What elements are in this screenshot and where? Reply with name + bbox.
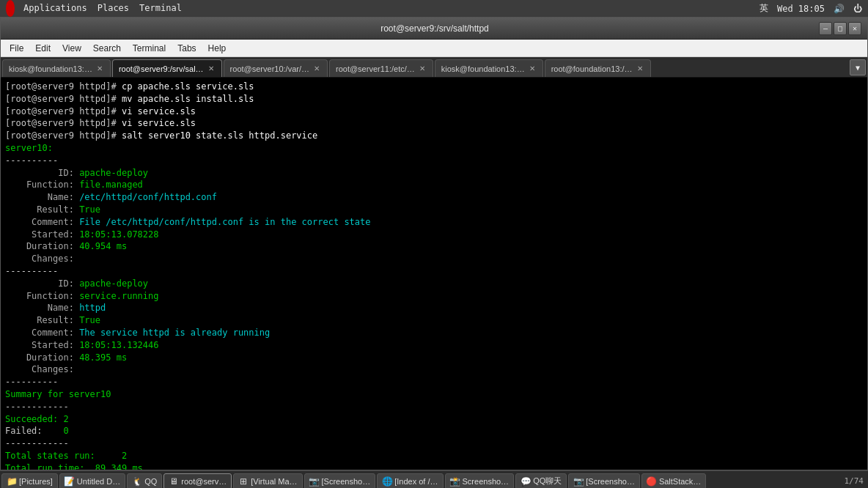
tab-tab2[interactable]: root@server9:/srv/sal…✕ (112, 59, 222, 77)
menu-tabs[interactable]: Tabs (172, 40, 202, 57)
clock: Wed 18:05 (777, 4, 825, 14)
power-icon[interactable]: ⏻ (853, 4, 862, 14)
close-button[interactable]: ✕ (848, 22, 861, 35)
language-indicator: 英 (760, 2, 768, 15)
taskbar-label: [Index of /… (394, 477, 438, 486)
menu-edit[interactable]: Edit (29, 40, 56, 57)
terminal-line: Started: 18:05:13.132446 (5, 339, 863, 352)
taskbar-item-10[interactable]: 🔴SaltStack… (641, 473, 706, 489)
tab-tab6[interactable]: root@foundation13:/…✕ (545, 59, 651, 77)
system-bar: Applications Places Terminal 英 Wed 18:05… (0, 0, 868, 17)
taskbar-label: Untitled D… (77, 477, 120, 486)
menu-search[interactable]: Search (87, 40, 127, 57)
terminal-line: ID: apache-deploy (5, 278, 863, 290)
taskbar-icon: 🔴 (647, 476, 657, 487)
tabs-container: kiosk@foundation13:…✕root@server9:/srv/s… (2, 59, 651, 77)
taskbar-icon: 📸 (450, 476, 460, 487)
tab-tab3[interactable]: root@server10:/var/…✕ (224, 59, 328, 77)
menu-view[interactable]: View (56, 40, 87, 57)
tab-close[interactable]: ✕ (528, 64, 537, 73)
maximize-button[interactable]: □ (834, 22, 847, 35)
menu-places[interactable]: Places (93, 0, 133, 17)
system-bar-left: Applications Places Terminal (6, 0, 186, 17)
taskbar-item-6[interactable]: 🌐[Index of /… (377, 473, 443, 489)
taskbar-label: [Pictures] (19, 477, 53, 486)
taskbar-label: [Screensho… (586, 477, 635, 486)
terminal-line: Function: service.running (5, 290, 863, 303)
taskbar: 📁[Pictures]📝Untitled D…🐧QQ🖥root@serv…⊞[V… (0, 470, 868, 488)
tab-close[interactable]: ✕ (95, 64, 104, 73)
taskbar-item-3[interactable]: 🖥root@serv… (163, 473, 232, 489)
terminal-line: Result: True (5, 204, 863, 216)
taskbar-item-1[interactable]: 📝Untitled D… (59, 473, 125, 489)
window-controls: — □ ✕ (819, 22, 861, 35)
terminal-line: Summary for server10 (5, 388, 863, 401)
tab-close[interactable]: ✕ (207, 64, 216, 73)
window-title: root@server9:/srv/salt/httpd (51, 23, 819, 34)
menu-applications[interactable]: Applications (19, 0, 92, 17)
minimize-button[interactable]: — (819, 22, 832, 35)
tab-close[interactable]: ✕ (312, 64, 321, 73)
taskbar-icon: 💬 (521, 476, 531, 487)
volume-icon[interactable]: 🔊 (834, 4, 845, 14)
terminal-line: [root@server9 httpd]# cp apache.sls serv… (5, 81, 863, 93)
terminal-line: Total states run: 2 (5, 450, 863, 462)
taskbar-end: 1/74 (845, 476, 867, 486)
tabs-dropdown[interactable]: ▼ (850, 59, 866, 75)
taskbar-item-2[interactable]: 🐧QQ (127, 473, 162, 489)
taskbar-item-7[interactable]: 📸Screensho… (445, 473, 515, 489)
taskbar-label: QQ聊天 (533, 476, 562, 487)
tab-label: kiosk@foundation13:… (9, 64, 92, 73)
tab-close[interactable]: ✕ (418, 64, 427, 73)
taskbar-icon: 🌐 (382, 476, 392, 487)
taskbar-label: [Screensho… (322, 477, 371, 486)
menu-bar: File Edit View Search Terminal Tabs Help (1, 40, 867, 57)
taskbar-label: SaltStack… (659, 477, 701, 486)
terminal-line: Result: True (5, 314, 863, 327)
taskbar-item-5[interactable]: 📷[Screensho… (304, 473, 376, 489)
tab-close[interactable]: ✕ (636, 64, 644, 73)
terminal-line: Started: 18:05:13.078228 (5, 229, 863, 241)
terminal-line: [root@server9 httpd]# mv apache.sls inst… (5, 93, 863, 106)
taskbar-item-9[interactable]: 📷[Screensho… (568, 473, 640, 489)
terminal-line: Duration: 40.954 ms (5, 240, 863, 253)
terminal-line: ---------- (5, 265, 863, 278)
terminal-line: ---------- (5, 155, 863, 167)
tab-tab4[interactable]: root@server11:/etc/…✕ (329, 59, 433, 77)
tab-tab1[interactable]: kiosk@foundation13:…✕ (2, 59, 111, 77)
title-bar: root@server9:/srv/salt/httpd — □ ✕ (1, 18, 867, 40)
terminal-line: Comment: File /etc/httpd/conf/httpd.conf… (5, 216, 863, 229)
terminal-line: Changes: (5, 253, 863, 265)
taskbar-label: QQ (144, 477, 157, 486)
menu-terminal[interactable]: Terminal (127, 40, 172, 57)
taskbar-item-8[interactable]: 💬QQ聊天 (515, 473, 567, 489)
menu-file[interactable]: File (4, 40, 29, 57)
terminal-line: [root@server9 httpd]# vi service.sls (5, 106, 863, 118)
terminal-line: Total run time: 89.349 ms (5, 462, 863, 470)
terminal-line: ID: apache-deploy (5, 167, 863, 180)
tab-label: root@foundation13:/… (551, 64, 633, 73)
taskbar-item-0[interactable]: 📁[Pictures] (1, 473, 58, 489)
terminal-line: [root@server9 httpd]# salt server10 stat… (5, 130, 863, 142)
terminal-line: Changes: (5, 363, 863, 376)
taskbar-icon: 📝 (65, 476, 75, 487)
taskbar-item-4[interactable]: ⊞[Virtual Ma… (233, 473, 302, 489)
terminal-line: Succeeded: 2 (5, 413, 863, 426)
tab-label: root@server11:/etc/… (336, 64, 415, 73)
taskbar-label: [Virtual Ma… (251, 477, 297, 486)
taskbar-icon: 🐧 (132, 476, 142, 487)
taskbar-label: root@serv… (181, 477, 227, 486)
terminal-content[interactable]: [root@server9 httpd]# cp apache.sls serv… (1, 78, 867, 470)
tab-label: kiosk@foundation13:… (441, 64, 525, 73)
menu-help[interactable]: Help (202, 40, 232, 57)
terminal-line: [root@server9 httpd]# vi service.sls (5, 117, 863, 130)
menu-terminal[interactable]: Terminal (135, 0, 186, 17)
taskbar-icon: ⊞ (238, 476, 249, 487)
terminal-line: ------------ (5, 401, 863, 413)
terminal-line: Name: /etc/httpd/conf/httpd.conf (5, 191, 863, 204)
terminal-line: Function: file.managed (5, 179, 863, 191)
taskbar-icon: 📁 (7, 476, 17, 487)
terminal-line: ------------ (5, 437, 863, 450)
tab-label: root@server9:/srv/sal… (119, 64, 204, 73)
tab-tab5[interactable]: kiosk@foundation13:…✕ (435, 59, 543, 77)
